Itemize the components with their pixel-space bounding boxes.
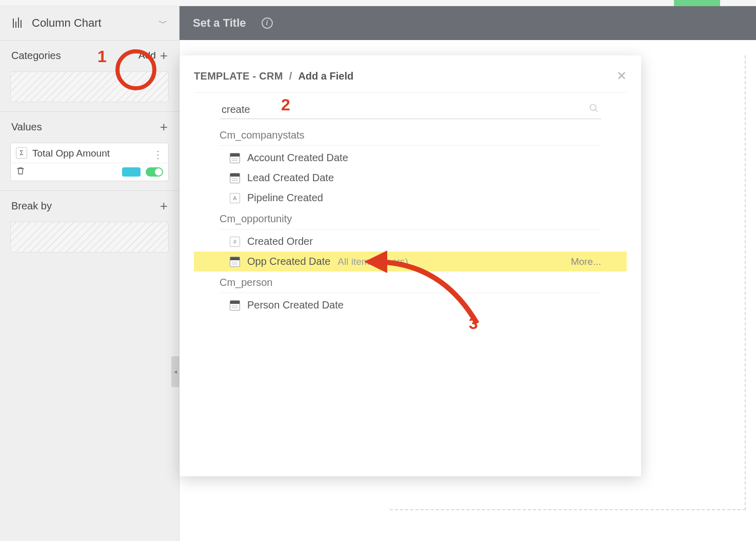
breadcrumb-separator: / — [286, 70, 295, 82]
column-chart-icon — [11, 16, 25, 30]
sigma-icon: Σ — [16, 147, 27, 159]
info-icon[interactable]: i — [262, 17, 273, 29]
add-field-popover: TEMPLATE - CRM / Add a Field ✕ Cm_compan… — [180, 55, 641, 476]
accent-bar — [674, 0, 720, 6]
field-results: Cm_companystatsAccount Created DateLead … — [194, 124, 627, 315]
chart-type-label: Column Chart — [32, 16, 151, 30]
config-sidebar: Column Chart ﹀ Categories Add + Values + — [0, 6, 180, 541]
categories-title: Categories — [11, 50, 61, 62]
field-label: Lead Created Date — [247, 172, 334, 184]
sidebar-collapse-handle[interactable]: ◂ — [171, 356, 180, 387]
breakby-dropzone[interactable] — [10, 222, 169, 253]
categories-dropzone[interactable] — [10, 71, 169, 102]
svg-rect-1 — [15, 22, 16, 28]
field-row[interactable]: Account Created Date — [220, 148, 601, 168]
field-row[interactable]: Person Created Date — [220, 295, 601, 315]
calendar-icon — [230, 257, 240, 267]
field-row[interactable]: Lead Created Date — [220, 168, 601, 188]
value-chip-menu[interactable]: ⋮ — [153, 147, 163, 160]
categories-section: Categories Add + — [0, 40, 179, 111]
trash-icon[interactable] — [16, 166, 25, 178]
values-title: Values — [11, 121, 42, 133]
group-title: Cm_companystats — [220, 124, 601, 146]
calendar-icon — [230, 300, 240, 311]
main-area: Set a Title i TEMPLATE - CRM / Add a Fie… — [180, 6, 756, 541]
categories-add-button[interactable]: + — [160, 49, 168, 62]
chevron-down-icon: ﹀ — [158, 17, 168, 29]
breadcrumb: TEMPLATE - CRM / Add a Field — [194, 70, 353, 82]
field-row[interactable]: #Created Order — [220, 231, 601, 252]
svg-rect-2 — [18, 17, 19, 28]
field-label: Pipeline Created — [247, 192, 323, 204]
title-placeholder[interactable]: Set a Title — [193, 16, 246, 30]
chart-type-selector[interactable]: Column Chart ﹀ — [0, 6, 179, 40]
breadcrumb-source[interactable]: TEMPLATE - CRM — [194, 70, 283, 82]
group-title: Cm_opportunity — [220, 208, 601, 229]
color-swatch[interactable] — [122, 167, 141, 177]
widget-title-bar: Set a Title i — [180, 6, 756, 40]
calendar-icon — [230, 173, 240, 183]
field-label: Account Created Date — [247, 152, 348, 164]
breakby-add-button[interactable]: + — [160, 199, 168, 212]
svg-point-4 — [590, 105, 596, 111]
field-label: Opp Created Date — [247, 256, 330, 267]
svg-rect-3 — [21, 20, 22, 28]
search-input[interactable] — [222, 104, 589, 115]
search-icon — [589, 103, 599, 115]
text-type-icon: A — [230, 193, 240, 203]
field-extra: All items (Years) — [337, 256, 408, 267]
breadcrumb-title: Add a Field — [298, 70, 353, 82]
value-chip[interactable]: Σ Total Opp Amount ⋮ — [10, 143, 169, 181]
field-label: Created Order — [247, 236, 313, 247]
value-chip-label: Total Opp Amount — [32, 147, 148, 160]
values-section: Values + Σ Total Opp Amount ⋮ — [0, 111, 179, 190]
field-row[interactable]: APipeline Created — [220, 188, 601, 208]
group-title: Cm_person — [220, 272, 601, 293]
field-row[interactable]: Opp Created DateAll items (Years)More... — [194, 252, 627, 272]
calendar-icon — [230, 153, 240, 163]
close-icon[interactable]: ✕ — [616, 69, 627, 83]
more-link[interactable]: More... — [571, 256, 601, 267]
svg-line-5 — [595, 110, 598, 112]
svg-rect-0 — [13, 18, 14, 28]
values-add-button[interactable]: + — [160, 120, 168, 133]
categories-add-label[interactable]: Add — [138, 50, 156, 61]
value-toggle[interactable] — [146, 167, 163, 177]
breakby-title: Break by — [11, 200, 52, 212]
number-type-icon: # — [230, 237, 240, 247]
breakby-section: Break by + — [0, 190, 179, 262]
field-label: Person Created Date — [247, 299, 344, 311]
